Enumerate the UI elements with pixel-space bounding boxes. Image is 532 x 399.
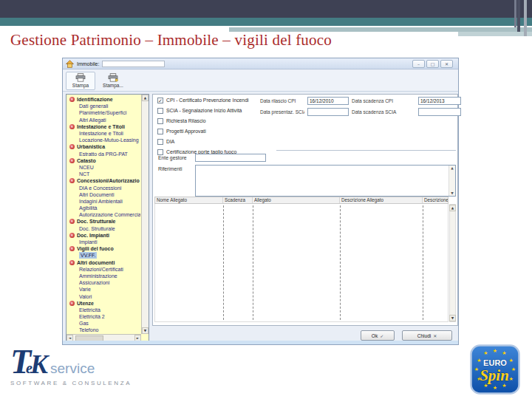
print-button-label: Stampa bbox=[72, 83, 89, 88]
date-field-input[interactable] bbox=[307, 108, 349, 116]
theme-stripe-1 bbox=[514, 0, 516, 27]
tree-item[interactable]: ✕ Indagini Ambientali bbox=[68, 198, 140, 205]
tree-vertical-scrollbar[interactable]: ▲ ▼ bbox=[141, 95, 149, 334]
tree-item[interactable]: ✕ Doc. Strutturale bbox=[68, 218, 140, 225]
tree-item[interactable]: ✕ Vigili del fuoco bbox=[68, 245, 140, 252]
tree-item[interactable]: ✕ Catasto bbox=[68, 157, 140, 164]
textarea-scrollbar[interactable]: ▲ ▼ bbox=[449, 166, 455, 196]
checkbox[interactable]: ✓ bbox=[157, 98, 163, 103]
tree-item-label: Estratto da PRG-PAT bbox=[79, 151, 128, 157]
scroll-down-icon[interactable]: ▼ bbox=[142, 327, 149, 334]
scroll-down-icon[interactable]: ▼ bbox=[451, 191, 453, 195]
svg-text:★: ★ bbox=[483, 350, 488, 356]
tree-item-label: Elettricità 2 bbox=[79, 313, 105, 320]
category-bullet-icon: ✕ bbox=[69, 246, 75, 251]
tree-item[interactable]: ✕ Elettricità bbox=[68, 307, 140, 313]
tree-item[interactable]: ✕ Locazione-Mutuo-Leasing bbox=[68, 137, 140, 143]
checkbox[interactable] bbox=[157, 129, 163, 134]
tree-item[interactable]: ✕ Gas bbox=[68, 320, 140, 327]
checkbox[interactable] bbox=[157, 149, 163, 155]
column-separator bbox=[223, 205, 224, 320]
date-field-input[interactable]: 16/12/2010 bbox=[307, 97, 349, 105]
tree-item[interactable]: ✕ Altri documenti bbox=[68, 259, 140, 266]
table-column-header[interactable]: Nome Allegato bbox=[155, 197, 223, 203]
category-bullet-icon: ✕ bbox=[69, 260, 75, 265]
chiudi-button-label: Chiudi bbox=[417, 333, 431, 338]
tree-item-label: Utenze bbox=[77, 300, 94, 307]
ente-gestore-label: Ente gestore bbox=[158, 155, 187, 160]
theme-stripe-3 bbox=[524, 0, 527, 36]
tree-item[interactable]: ✕ Relazioni/Certificati bbox=[68, 266, 140, 273]
tree-item[interactable]: ✕ Intestazione e Titoli bbox=[68, 123, 140, 130]
tree-item[interactable]: ✕ Planimetrie/Superfici bbox=[68, 109, 140, 116]
ok-button-label: Ok bbox=[372, 333, 378, 338]
tree-item-label: Altri Allegati bbox=[79, 117, 106, 123]
tree-item-label: Doc. Strutturale bbox=[77, 218, 116, 225]
tree-item[interactable]: ✕ Estratto da PRG-PAT bbox=[68, 151, 140, 157]
tree-item[interactable]: ✕ Varie bbox=[68, 286, 140, 293]
tree-item-label: Doc. Impianti bbox=[77, 232, 109, 239]
tree-item[interactable]: ✕ Agibilità bbox=[68, 205, 140, 211]
checkbox-row[interactable]: SCIA - Segnalazione Inizio Attività bbox=[157, 107, 248, 114]
svg-text:★: ★ bbox=[474, 366, 479, 372]
date-field-label: Data rilascio CPI bbox=[260, 97, 304, 105]
immobile-value-field[interactable] bbox=[102, 61, 165, 67]
minimize-button[interactable]: – bbox=[412, 60, 425, 68]
tree-item[interactable]: ✕ NCEU bbox=[68, 164, 140, 171]
table-column-header[interactable]: Descrizione Tip bbox=[423, 197, 448, 203]
maximize-button[interactable]: □ bbox=[426, 60, 439, 68]
tree-item[interactable]: ✕ Intestazione e Titoli bbox=[68, 130, 140, 137]
checkbox-row[interactable]: DIA bbox=[157, 138, 248, 145]
category-bullet-icon: ✕ bbox=[69, 219, 75, 224]
checkbox-row[interactable]: Progetti Approvati bbox=[157, 128, 248, 134]
scroll-up-icon[interactable]: ▲ bbox=[449, 205, 456, 211]
tree-item[interactable]: ✕ Concessioni/Autorizzazio bbox=[68, 177, 140, 184]
tree-item[interactable]: ✕ Valori bbox=[68, 293, 140, 299]
tree-item[interactable]: ✕ NCT bbox=[68, 171, 140, 177]
close-button[interactable]: ✕ bbox=[440, 60, 453, 68]
tree-item[interactable]: ✕ Doc. Impianti bbox=[68, 232, 140, 239]
ok-button[interactable]: Ok ✓ bbox=[361, 330, 395, 341]
date-field-input[interactable]: 16/12/2013 bbox=[418, 97, 461, 105]
scroll-up-icon[interactable]: ▲ bbox=[142, 95, 149, 101]
tree-item-label: DIA e Concessioni bbox=[79, 185, 121, 191]
table-column-header[interactable]: Allegato bbox=[253, 197, 340, 203]
tree-item[interactable]: ✕ Altri Documenti bbox=[68, 191, 140, 198]
tree-item[interactable]: ✕ Identificazione bbox=[68, 96, 140, 103]
checkbox[interactable] bbox=[157, 118, 163, 124]
ente-gestore-input[interactable] bbox=[195, 154, 266, 162]
table-vertical-scrollbar[interactable]: ▲ ▼ bbox=[449, 204, 456, 322]
tree-item[interactable]: ✕ Autorizzazione Commercial bbox=[68, 211, 140, 218]
tree-item-label: Dati generali bbox=[79, 103, 108, 109]
riferimenti-textarea[interactable]: ▲ ▼ bbox=[195, 165, 456, 197]
date-field-input[interactable] bbox=[418, 108, 461, 116]
attachments-table-body[interactable] bbox=[154, 204, 449, 322]
print-options-button[interactable]: Stampa... bbox=[98, 72, 128, 90]
tree-item[interactable]: ✕ Doc. Strutturale bbox=[68, 225, 140, 232]
tree-item[interactable]: ✕ VV.FF. bbox=[68, 252, 140, 259]
tree-item[interactable]: ✕ Impianti bbox=[68, 239, 140, 245]
tree-item[interactable]: ✕ Utenze bbox=[68, 300, 140, 307]
tree-item-label: Doc. Strutturale bbox=[79, 225, 115, 232]
scroll-up-icon[interactable]: ▲ bbox=[451, 166, 453, 170]
tree-item[interactable]: ✕ DIA e Concessioni bbox=[68, 184, 140, 191]
checkbox-row[interactable]: Richiesta Rilascio bbox=[157, 117, 248, 124]
table-column-header[interactable]: Descrizione Allegato bbox=[340, 197, 423, 203]
category-bullet-icon: ✕ bbox=[69, 301, 75, 306]
tree-item[interactable]: ✕ Amministrazione bbox=[68, 273, 140, 279]
chiudi-button[interactable]: Chiudi ✕ bbox=[402, 330, 452, 341]
tree-item-label: Assicurazioni bbox=[79, 279, 109, 286]
tree-item[interactable]: ✕ Altri Allegati bbox=[68, 117, 140, 123]
tree-item[interactable]: ✕ Dati generali bbox=[68, 103, 140, 109]
scroll-down-icon[interactable]: ▼ bbox=[449, 315, 456, 321]
print-button[interactable]: Stampa bbox=[66, 72, 95, 90]
tree-item[interactable]: ✕ Elettricità 2 bbox=[68, 313, 140, 320]
column-separator bbox=[253, 205, 253, 320]
tree-item[interactable]: ✕ Urbanistica bbox=[68, 143, 140, 150]
checkbox-row[interactable]: ✓ CPI - Certificato Prevenzione Incendi bbox=[157, 97, 248, 103]
tree-item[interactable]: ✕ Telefono bbox=[68, 327, 140, 333]
checkbox[interactable] bbox=[157, 139, 163, 145]
checkbox[interactable] bbox=[157, 108, 163, 114]
tree-item[interactable]: ✕ Assicurazioni bbox=[68, 279, 140, 286]
table-column-header[interactable]: Scadenza bbox=[223, 197, 253, 203]
